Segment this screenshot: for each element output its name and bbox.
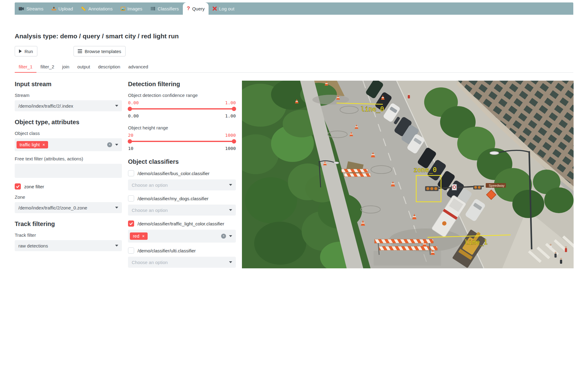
stream-select[interactable]: /demo/index/traffic/2/.index [15, 100, 122, 111]
slider-handle-high[interactable] [232, 107, 236, 111]
object-class-chip: traffic light × [17, 141, 48, 148]
annotation-line-0-label: line_0 [361, 105, 384, 113]
nav-classifiers-label: Classifiers [158, 6, 179, 11]
track-filtering-heading: Track filtering [15, 220, 122, 228]
nav-query[interactable]: ? Query [183, 2, 209, 15]
classifier-row-ulti: /demo/classifier/ulti.classifier [128, 247, 236, 254]
confidence-range-slider[interactable] [128, 107, 236, 111]
ulti-select[interactable]: Choose an option [128, 257, 236, 268]
run-button-label: Run [24, 49, 33, 54]
confidence-low-value: 0.00 [128, 100, 139, 105]
classifier-row-my-dogs: /demo/classifier/my_dogs.classifier [128, 195, 236, 201]
tab-filter-2[interactable]: filter_2 [36, 61, 58, 73]
zone-label: Zone [15, 194, 122, 200]
track-filter-value: raw detections [18, 243, 48, 248]
chip-remove-icon[interactable]: × [142, 234, 145, 239]
nav-streams[interactable]: Streams [15, 2, 47, 15]
object-class-chip-label: traffic light [20, 142, 40, 147]
red-x-icon [213, 6, 217, 11]
track-filter-label: Track filter [15, 232, 122, 238]
track-filter-select[interactable]: raw detections [15, 240, 122, 251]
zone-filter-label: zone filter [24, 184, 44, 189]
object-classifiers-heading: Object classifiers [128, 158, 236, 165]
browse-templates-button[interactable]: Browse templates [74, 46, 126, 56]
bus-color-checkbox[interactable] [128, 170, 134, 176]
street-name-text: Speedway [489, 184, 505, 187]
nav-upload-label: Upload [58, 6, 73, 11]
chevron-down-icon [115, 245, 118, 247]
stream-label: Stream [15, 93, 122, 98]
chevron-down-icon [229, 261, 232, 263]
traffic-light-color-checkbox[interactable] [128, 220, 134, 227]
top-navbar: Streams Upload Annotations Images Classi… [15, 2, 573, 15]
nav-logout[interactable]: Log out [209, 2, 238, 15]
nav-classifiers[interactable]: Classifiers [146, 2, 183, 15]
my-dogs-placeholder: Choose an option [132, 208, 168, 213]
height-range-label: Object height range [128, 125, 236, 130]
height-current-values: 20 1000 [128, 133, 236, 138]
height-max: 1000 [225, 146, 236, 151]
height-low-value: 20 [128, 133, 133, 138]
slider-handle-low[interactable] [128, 107, 132, 111]
run-button[interactable]: Run [15, 46, 37, 56]
ruler-icon [81, 6, 86, 11]
toolbar: Run Browse templates [15, 46, 573, 56]
nav-upload[interactable]: Upload [47, 2, 77, 15]
tab-output[interactable]: output [73, 61, 94, 73]
tab-join[interactable]: join [58, 61, 73, 73]
tab-filter-1[interactable]: filter_1 [15, 61, 36, 73]
zone-filter-checkbox[interactable] [15, 183, 21, 190]
clear-selection-icon[interactable]: × [107, 142, 112, 147]
clear-selection-icon[interactable]: × [221, 234, 226, 239]
chevron-down-icon [115, 144, 118, 146]
height-range-slider[interactable] [128, 139, 236, 144]
classifier-row-bus-color: /demo/classifier/bus_color.classifier [128, 170, 236, 176]
chip-remove-icon[interactable]: × [43, 142, 45, 147]
browse-templates-label: Browse templates [85, 49, 121, 54]
slider-track [129, 108, 235, 109]
menu-icon [78, 49, 82, 53]
chevron-down-icon [229, 235, 232, 237]
nav-annotations[interactable]: Annotations [77, 2, 116, 15]
ulti-checkbox[interactable] [128, 247, 134, 254]
traffic-light-color-chip: red × [130, 232, 148, 240]
zone-filter-row: zone filter [15, 183, 122, 190]
nav-query-label: Query [192, 6, 205, 11]
my-dogs-path: /demo/classifier/my_dogs.classifier [138, 196, 209, 201]
framed-picture-icon [121, 7, 125, 11]
zone-select-value: /demo/index/traffic/2/zone_0.zone [18, 205, 87, 210]
nav-images-label: Images [127, 6, 142, 11]
nav-streams-label: Streams [26, 6, 43, 11]
traffic-light-color-chip-label: red [133, 234, 139, 239]
tab-advanced[interactable]: advanced [124, 61, 152, 73]
free-text-filter-input[interactable] [15, 164, 122, 178]
detection-filtering-heading: Detection filtering [128, 81, 236, 88]
zone-select[interactable]: /demo/index/traffic/2/zone_0.zone [15, 202, 122, 213]
tab-description[interactable]: description [94, 61, 124, 73]
height-minmax: 10 1000 [128, 146, 236, 151]
annotation-zone-0-label: zone_0 [413, 166, 437, 174]
ulti-placeholder: Choose an option [132, 260, 168, 265]
free-text-label: Free text filter (attributes, actions) [15, 156, 122, 161]
classifier-arrows-icon [150, 7, 156, 10]
my-dogs-select[interactable]: Choose an option [128, 205, 236, 216]
bus-color-select[interactable]: Choose an option [128, 179, 236, 190]
nav-images[interactable]: Images [117, 2, 146, 15]
play-icon [19, 49, 22, 53]
question-mark-icon: ? [187, 6, 190, 12]
nav-logout-label: Log out [219, 6, 234, 11]
my-dogs-checkbox[interactable] [128, 195, 134, 201]
slider-handle-low[interactable] [128, 139, 132, 144]
classifier-row-traffic-light-color: /demo/classifier/traffic_light_color.cla… [128, 220, 236, 227]
app-page: Streams Upload Annotations Images Classi… [0, 0, 588, 368]
bus-color-path: /demo/classifier/bus_color.classifier [138, 171, 209, 176]
object-type-heading: Object type, attributes [15, 119, 122, 126]
slider-handle-high[interactable] [232, 139, 236, 144]
confidence-current-values: 0.00 1.00 [128, 100, 236, 105]
object-class-multiselect[interactable]: traffic light × × [15, 138, 122, 151]
chevron-down-icon [229, 184, 232, 186]
nav-annotations-label: Annotations [88, 6, 112, 11]
middle-column: Detection filtering Object detection con… [128, 81, 236, 268]
traffic-light-color-multiselect[interactable]: red × × [128, 230, 236, 243]
toolbar-spacer [42, 46, 69, 56]
